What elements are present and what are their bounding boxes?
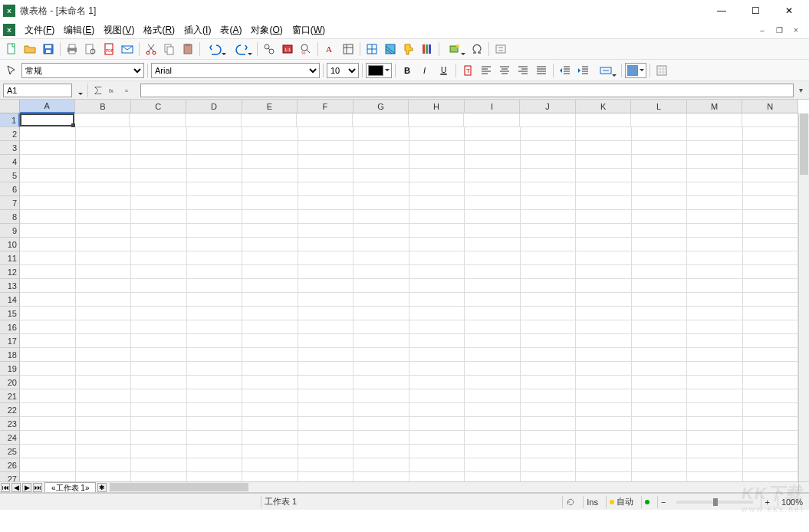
cell-C20[interactable] xyxy=(131,376,187,389)
row-header-5[interactable]: 5 xyxy=(0,169,20,182)
cell-H5[interactable] xyxy=(409,169,465,182)
cell-G10[interactable] xyxy=(354,238,409,251)
sum-function-button[interactable] xyxy=(91,84,105,97)
cell-B11[interactable] xyxy=(76,251,132,265)
cell-K8[interactable] xyxy=(576,210,632,224)
cell-D20[interactable] xyxy=(187,376,243,389)
cell-G12[interactable] xyxy=(354,265,409,279)
cell-D8[interactable] xyxy=(187,210,243,224)
cell-B7[interactable] xyxy=(76,196,132,210)
cell-I7[interactable] xyxy=(465,196,521,210)
cell-K24[interactable] xyxy=(576,431,632,445)
cell-C9[interactable] xyxy=(131,224,187,238)
cell-H11[interactable] xyxy=(409,251,465,265)
cell-M18[interactable] xyxy=(687,348,743,362)
cell-K10[interactable] xyxy=(576,238,632,251)
cell-F16[interactable] xyxy=(298,320,354,334)
cell-G20[interactable] xyxy=(354,376,409,389)
cell-B3[interactable] xyxy=(76,141,132,155)
row-header-8[interactable]: 8 xyxy=(0,210,20,224)
cell-G22[interactable] xyxy=(354,403,409,417)
cell-H18[interactable] xyxy=(409,348,465,362)
cell-K11[interactable] xyxy=(576,251,632,265)
cell-M12[interactable] xyxy=(687,265,743,279)
bold-button[interactable]: B xyxy=(399,62,416,79)
column-header-G[interactable]: G xyxy=(354,100,409,113)
cell-I26[interactable] xyxy=(465,458,521,472)
open-button[interactable] xyxy=(21,41,38,57)
cell-G23[interactable] xyxy=(354,417,409,431)
menu-view[interactable]: 视图(V) xyxy=(99,22,139,38)
cell-A15[interactable] xyxy=(20,307,76,320)
column-header-L[interactable]: L xyxy=(631,100,687,113)
cell-L16[interactable] xyxy=(632,320,688,334)
vertical-scrollbar[interactable] xyxy=(798,113,809,481)
cell-A1[interactable] xyxy=(20,113,74,126)
cell-C1[interactable] xyxy=(130,113,186,127)
cell-J21[interactable] xyxy=(521,389,577,403)
cell-A20[interactable] xyxy=(20,376,76,389)
cell-H6[interactable] xyxy=(409,182,465,196)
actual-size-button[interactable]: 1:1 xyxy=(279,41,296,57)
cell-I5[interactable] xyxy=(465,169,521,182)
cell-C4[interactable] xyxy=(131,155,187,169)
cell-A19[interactable] xyxy=(20,362,76,376)
cell-B19[interactable] xyxy=(76,362,132,376)
cell-C24[interactable] xyxy=(131,431,187,445)
decrease-indent-button[interactable] xyxy=(557,62,574,79)
cell-H3[interactable] xyxy=(409,141,465,155)
cell-L21[interactable] xyxy=(632,389,688,403)
cell-N17[interactable] xyxy=(743,334,799,348)
row-header-24[interactable]: 24 xyxy=(0,431,20,445)
cell-D3[interactable] xyxy=(187,141,243,155)
cell-G4[interactable] xyxy=(354,155,409,169)
cell-M20[interactable] xyxy=(687,376,743,389)
cell-C21[interactable] xyxy=(131,389,187,403)
cell-N21[interactable] xyxy=(743,389,799,403)
cell-H2[interactable] xyxy=(409,127,465,141)
cell-N27[interactable] xyxy=(743,472,799,481)
cell-K6[interactable] xyxy=(576,182,632,196)
cell-A21[interactable] xyxy=(20,389,76,403)
cell-C12[interactable] xyxy=(131,265,187,279)
cell-C14[interactable] xyxy=(131,293,187,307)
cell-D9[interactable] xyxy=(187,224,243,238)
cell-C10[interactable] xyxy=(131,238,187,251)
cell-A9[interactable] xyxy=(20,224,76,238)
zoom-out-button[interactable]: − xyxy=(657,496,669,508)
menu-table[interactable]: 表(A) xyxy=(215,22,246,38)
cell-N2[interactable] xyxy=(743,127,799,141)
cell-J19[interactable] xyxy=(521,362,577,376)
cell-F18[interactable] xyxy=(298,348,354,362)
close-button[interactable]: ✕ xyxy=(772,0,806,21)
cell-A16[interactable] xyxy=(20,320,76,334)
autoformat-button[interactable] xyxy=(419,41,436,57)
cell-K5[interactable] xyxy=(576,169,632,182)
cell-C17[interactable] xyxy=(131,334,187,348)
cell-H7[interactable] xyxy=(409,196,465,210)
cell-J22[interactable] xyxy=(521,403,577,417)
cell-reference-input[interactable] xyxy=(3,84,72,97)
cell-B22[interactable] xyxy=(76,403,132,417)
font-size-select[interactable]: 10 xyxy=(327,63,359,78)
cell-L4[interactable] xyxy=(632,155,688,169)
cell-A18[interactable] xyxy=(20,348,76,362)
cell-J12[interactable] xyxy=(521,265,577,279)
row-header-11[interactable]: 11 xyxy=(0,251,20,265)
cell-I10[interactable] xyxy=(465,238,521,251)
cell-C26[interactable] xyxy=(131,458,187,472)
cell-K7[interactable] xyxy=(576,196,632,210)
print-preview-button[interactable] xyxy=(82,41,99,57)
cell-N24[interactable] xyxy=(743,431,799,445)
row-header-7[interactable]: 7 xyxy=(0,196,20,210)
cell-E23[interactable] xyxy=(242,417,298,431)
cell-M11[interactable] xyxy=(687,251,743,265)
cell-B15[interactable] xyxy=(76,307,132,320)
cell-L17[interactable] xyxy=(632,334,688,348)
cell-C3[interactable] xyxy=(131,141,187,155)
cell-D4[interactable] xyxy=(187,155,243,169)
cell-D24[interactable] xyxy=(187,431,243,445)
cell-C19[interactable] xyxy=(131,362,187,376)
vertical-scroll-thumb[interactable] xyxy=(800,113,808,175)
cell-J7[interactable] xyxy=(521,196,577,210)
